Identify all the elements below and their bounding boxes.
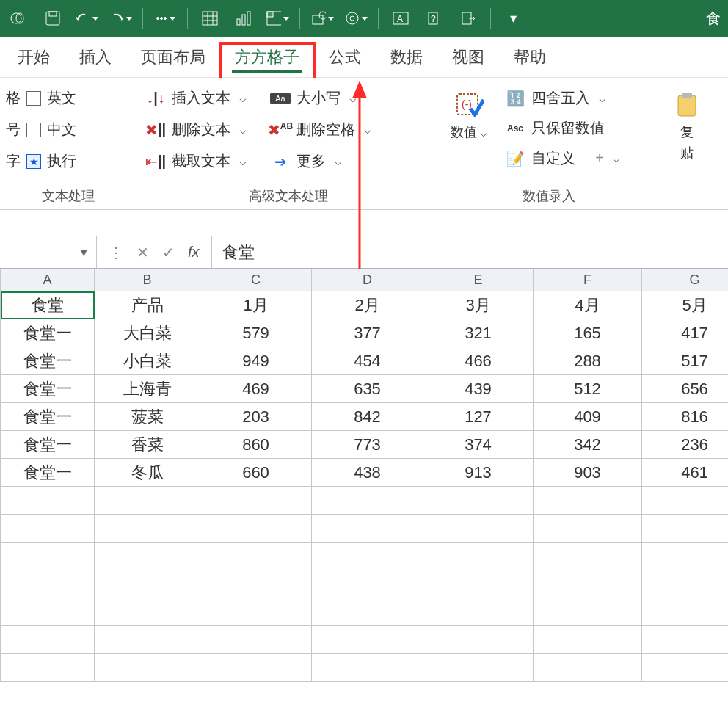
cell[interactable] [312,570,423,598]
cell[interactable] [1,626,95,654]
cell[interactable]: 816 [642,403,729,431]
col-head-A[interactable]: A [1,269,95,291]
cell[interactable]: 321 [423,319,534,347]
insert-text-button[interactable]: ↓|↓插入文本 [145,88,247,108]
cell[interactable] [642,654,729,682]
cell[interactable]: 461 [642,459,729,487]
cell[interactable]: 438 [312,459,423,487]
tab-data[interactable]: 数据 [387,39,426,77]
cell[interactable] [200,487,312,515]
cell[interactable]: 635 [312,375,423,403]
cell[interactable]: 454 [312,347,423,375]
cell[interactable] [312,487,423,515]
cell-A1[interactable]: 食堂 [1,291,95,319]
cell[interactable] [423,654,534,682]
cell[interactable]: 466 [423,347,534,375]
cell[interactable]: 517 [642,347,729,375]
cell[interactable]: 冬瓜 [95,459,200,487]
cell[interactable] [1,654,95,682]
cell[interactable]: 342 [534,431,642,459]
cell[interactable]: 食堂一 [1,347,95,375]
cell[interactable] [95,487,200,515]
custom-button[interactable]: 📝自定义 + [505,148,620,168]
fx-confirm-icon[interactable]: ✓ [162,244,175,261]
cell[interactable] [1,543,95,570]
cell[interactable]: 165 [534,319,642,347]
cell[interactable] [423,626,534,654]
cell[interactable] [95,598,200,626]
col-head-D[interactable]: D [312,269,423,291]
more-button[interactable]: ➔更多 [270,151,371,171]
cell[interactable]: 913 [423,459,534,487]
cell[interactable]: 食堂一 [1,319,95,347]
overflow-icon[interactable]: ▾ [501,7,525,30]
tab-help[interactable]: 帮助 [511,39,549,77]
cell[interactable]: 409 [534,403,642,431]
tab-formula[interactable]: 公式 [326,39,364,77]
cell[interactable] [534,487,642,515]
checkbox-execute[interactable] [26,154,41,169]
fx-dots-icon[interactable]: ⋮ [109,244,123,261]
cell[interactable]: 439 [423,375,534,403]
cell[interactable]: 上海青 [95,375,200,403]
cell[interactable] [1,487,95,515]
name-box-dropdown-icon[interactable]: ▼ [79,247,89,258]
cell[interactable] [312,515,423,543]
tab-fangfang-gezi[interactable]: 方方格子 [232,39,302,77]
cell[interactable] [534,515,642,543]
cell[interactable] [642,543,729,570]
copy-paste-big-button[interactable]: 复 贴 [666,88,707,209]
pivot-icon[interactable] [266,7,289,30]
col-head-E[interactable]: E [423,269,534,291]
cell[interactable] [95,570,200,598]
cell[interactable] [200,626,312,654]
cell[interactable]: 香菜 [95,431,200,459]
cell[interactable] [1,570,95,598]
cell[interactable]: 食堂一 [1,375,95,403]
case-button[interactable]: Aa大小写 [270,88,371,108]
cell[interactable] [95,543,200,570]
keep-numeric-button[interactable]: Asc只保留数值 [505,118,620,138]
col-head-F[interactable]: F [534,269,642,291]
cell[interactable]: 127 [423,403,534,431]
cell[interactable] [642,598,729,626]
cell[interactable] [200,598,312,626]
cell-B1[interactable]: 产品 [95,291,200,319]
cell[interactable]: 小白菜 [95,347,200,375]
cell[interactable]: 656 [642,375,729,403]
cell[interactable]: 842 [312,403,423,431]
cell[interactable] [534,598,642,626]
checkbox-english[interactable] [26,91,41,106]
autosave-toggle-icon[interactable] [7,7,31,30]
cell[interactable] [534,654,642,682]
cell[interactable] [312,654,423,682]
col-head-G[interactable]: G [642,269,729,291]
name-box[interactable]: ▼ [0,236,97,268]
formula-input[interactable]: 食堂 [212,236,728,268]
cell[interactable]: 377 [312,319,423,347]
cell[interactable] [642,487,729,515]
cell[interactable] [423,570,534,598]
textbox-icon[interactable]: A [389,7,412,30]
extract-text-button[interactable]: ⇤||截取文本 [145,151,247,171]
undo-icon[interactable] [75,7,98,30]
cell[interactable]: 食堂一 [1,403,95,431]
cell[interactable]: 大白菜 [95,319,200,347]
cell[interactable] [423,515,534,543]
redo-icon[interactable] [109,7,132,30]
cell[interactable] [1,598,95,626]
tab-start[interactable]: 开始 [15,39,53,77]
cell[interactable]: 660 [200,459,312,487]
col-head-B[interactable]: B [95,269,200,291]
round-button[interactable]: 🔢四舍五入 [505,88,620,108]
cell[interactable] [95,626,200,654]
cell[interactable] [423,543,534,570]
delete-text-button[interactable]: ✖||删除文本 [145,120,247,139]
cell[interactable]: 512 [534,375,642,403]
cell[interactable]: 374 [423,431,534,459]
cell[interactable]: 579 [200,319,312,347]
cell[interactable]: 417 [642,319,729,347]
cell[interactable]: 236 [642,431,729,459]
cell[interactable] [534,570,642,598]
spreadsheet-grid[interactable]: A B C D E F G 食堂 产品 1月 2月 3月 4月 5月 食堂一大白… [0,269,728,682]
